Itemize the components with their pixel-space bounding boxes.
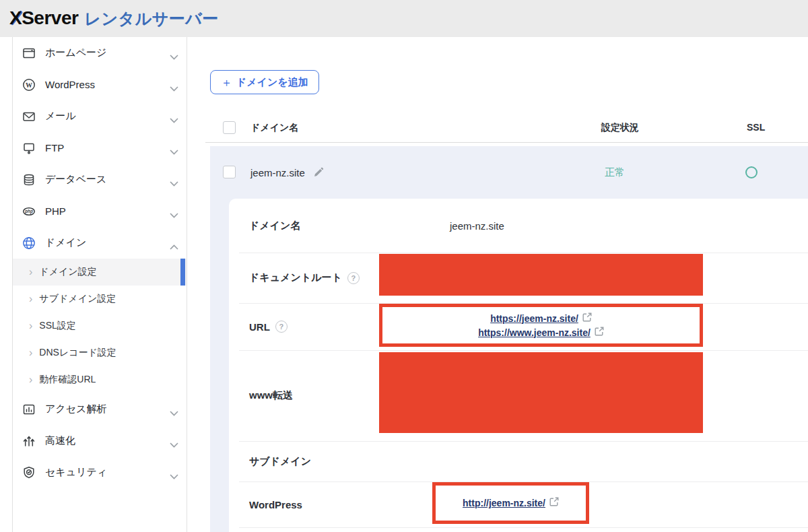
detail-docroot-label: ドキュメントルート <box>249 271 342 284</box>
submenu-arrow-icon: › <box>29 347 32 358</box>
sidebar-item-label: 高速化 <box>45 434 170 447</box>
xserver-domain-settings-page: XServer レンタルサーバー ホームページ W WordPress メール <box>0 0 808 532</box>
sidebar-item-label: データベース <box>45 173 170 186</box>
detail-www-redirect-label: www転送 <box>249 389 293 402</box>
help-icon[interactable]: ? <box>275 321 288 333</box>
php-icon: php <box>22 205 36 218</box>
add-domain-button[interactable]: ＋ ドメインを追加 <box>210 70 319 94</box>
chevron-down-icon <box>170 438 178 444</box>
detail-wordpress-label: WordPress <box>249 499 302 510</box>
submenu-item-dns-record-settings[interactable]: › DNSレコード設定 <box>13 339 187 366</box>
submenu-item-label: サブドメイン設定 <box>39 293 116 305</box>
external-link-icon <box>549 497 559 509</box>
xserver-logo[interactable]: XServer レンタルサーバー <box>9 7 219 30</box>
sidebar-item-wordpress[interactable]: W WordPress <box>13 69 187 100</box>
row-divider <box>239 350 808 351</box>
sidebar-item-label: PHP <box>45 205 170 217</box>
column-header-status: 設定状況 <box>601 122 639 134</box>
browser-window-icon <box>22 46 36 60</box>
sidebar-item-php[interactable]: php PHP <box>13 195 187 227</box>
submenu-item-operation-check-url[interactable]: › 動作確認URL <box>13 366 187 393</box>
sidebar-item-label: ホームページ <box>45 46 170 59</box>
detail-url-label: URL <box>249 321 270 333</box>
detail-domain-label: ドメイン名 <box>249 220 300 232</box>
wordpress-icon: W <box>22 78 36 92</box>
sidebar-item-label: セキュリティ <box>45 466 170 479</box>
submenu-item-label: ドメイン設定 <box>39 266 96 278</box>
sidebar-item-ftp[interactable]: FTP <box>13 132 187 164</box>
sidebar-item-label: WordPress <box>45 79 170 90</box>
chevron-down-icon <box>170 470 178 475</box>
domain-name: jeem-nz.site <box>250 167 305 178</box>
submenu-arrow-icon: › <box>29 321 32 331</box>
sidebar-item-label: アクセス解析 <box>45 403 170 415</box>
sidebar-item-speed-up[interactable]: 高速化 <box>13 425 187 457</box>
svg-text:W: W <box>26 81 32 88</box>
domain-submenu: › ドメイン設定 › サブドメイン設定 › SSL設定 › DNSレコード設定 … <box>13 259 187 393</box>
submenu-item-subdomain-settings[interactable]: › サブドメイン設定 <box>13 286 187 312</box>
submenu-item-ssl-settings[interactable]: › SSL設定 <box>13 312 187 339</box>
sidebar-item-access-analytics[interactable]: アクセス解析 <box>13 393 187 425</box>
svg-text:php: php <box>24 209 33 214</box>
sidebar-item-homepage[interactable]: ホームページ <box>13 37 187 69</box>
sidebar-item-label: メール <box>45 110 170 123</box>
help-icon[interactable]: ? <box>347 272 360 284</box>
url-link-www[interactable]: https://www.jeem-nz.site/ <box>478 327 591 338</box>
wordpress-highlight-box: http://jeem-nz.site/ <box>432 482 589 524</box>
sidebar-item-security[interactable]: セキュリティ <box>13 457 187 488</box>
detail-domain-value: jeem-nz.site <box>450 199 504 253</box>
chevron-down-icon <box>170 114 178 119</box>
globe-icon <box>22 236 36 250</box>
add-domain-button-label: ドメインを追加 <box>236 76 308 89</box>
external-link-icon <box>582 312 592 325</box>
brand-name: XServer <box>9 7 78 29</box>
select-all-checkbox[interactable] <box>223 121 236 134</box>
external-link-icon <box>595 327 604 339</box>
chevron-up-icon <box>170 240 178 246</box>
submenu-arrow-icon: › <box>29 374 32 385</box>
column-header-ssl: SSL <box>747 122 765 133</box>
domain-row-checkbox[interactable] <box>223 166 236 178</box>
submenu-arrow-icon: › <box>29 294 32 304</box>
submenu-item-domain-settings[interactable]: › ドメイン設定 <box>13 259 187 286</box>
detail-subdomain-label: サブドメイン <box>249 455 311 468</box>
url-highlight-box: https://jeem-nz.site/ https://www.jeem-n… <box>379 304 703 347</box>
domain-detail-card: ドメイン名 jeem-nz.site ドキュメントルート ? URL ? htt… <box>229 199 808 532</box>
chevron-down-icon <box>170 209 178 214</box>
mail-icon <box>22 110 36 123</box>
sidebar-item-label: ドメイン <box>45 236 170 249</box>
brand-suffix: レンタルサーバー <box>84 8 218 30</box>
submenu-item-label: 動作確認URL <box>39 374 96 386</box>
chevron-down-icon <box>170 82 178 88</box>
sidebar-item-label: FTP <box>45 142 170 154</box>
submenu-item-label: SSL設定 <box>39 320 75 332</box>
url-link-primary[interactable]: https://jeem-nz.site/ <box>490 313 578 324</box>
database-icon <box>22 173 36 187</box>
chevron-down-icon <box>170 145 178 151</box>
status-badge: 正常 <box>605 146 625 199</box>
sidebar-item-database[interactable]: データベース <box>13 164 187 195</box>
table-header-divider <box>205 142 808 143</box>
wordpress-site-link[interactable]: http://jeem-nz.site/ <box>463 498 545 508</box>
redaction-box-docroot <box>379 254 703 296</box>
submenu-arrow-icon: › <box>29 267 32 277</box>
submenu-item-label: DNSレコード設定 <box>39 347 116 359</box>
chevron-down-icon <box>170 177 178 182</box>
chevron-down-icon <box>170 407 178 412</box>
speed-up-arrows-icon <box>22 434 36 448</box>
analytics-icon <box>22 403 36 416</box>
row-divider <box>239 527 808 528</box>
sidebar: ホームページ W WordPress メール FTP <box>12 37 187 532</box>
ssl-ok-circle-icon <box>745 166 758 178</box>
chevron-down-icon <box>170 51 178 56</box>
active-indicator <box>180 259 185 286</box>
edit-pencil-icon[interactable] <box>313 167 324 178</box>
shield-icon <box>22 466 36 479</box>
row-divider <box>239 441 808 442</box>
redaction-box-www-redirect <box>379 352 703 433</box>
app-header: XServer レンタルサーバー <box>0 0 808 37</box>
column-header-domain: ドメイン名 <box>250 122 298 134</box>
ftp-monitor-icon <box>22 141 36 155</box>
sidebar-item-mail[interactable]: メール <box>13 100 187 132</box>
sidebar-item-domain[interactable]: ドメイン <box>13 227 187 259</box>
